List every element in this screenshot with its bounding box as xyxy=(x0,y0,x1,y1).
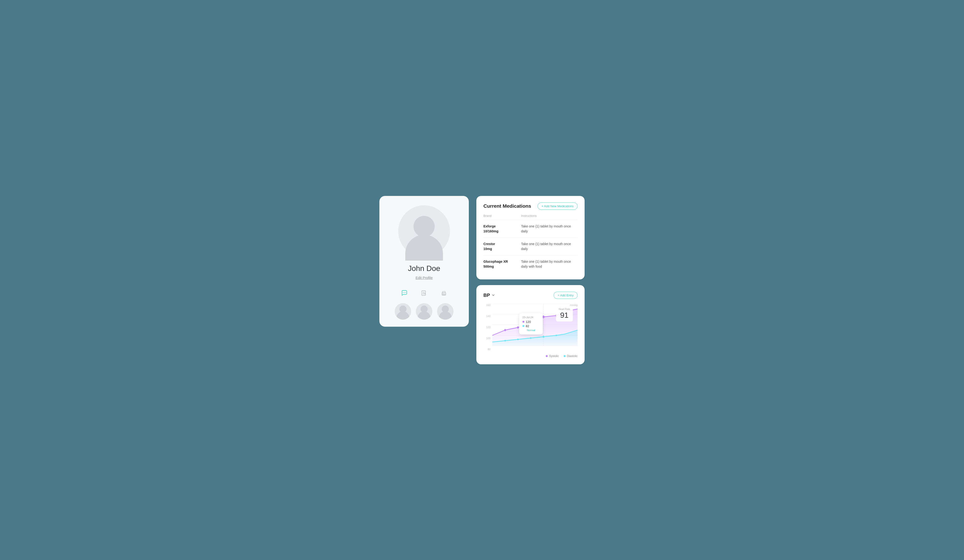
edit-icon xyxy=(420,290,428,297)
bottom-avatars xyxy=(395,303,454,320)
legend-diastolic: Diastolic xyxy=(563,354,578,358)
tooltip-diastolic-value: 82 xyxy=(526,324,529,328)
med-row-3: Glucophage XR500mg Take one (1) tablet b… xyxy=(484,255,578,273)
diastolic-legend-label: Diastolic xyxy=(567,354,578,358)
systolic-legend-dot xyxy=(546,355,548,357)
med-row-2: Crestor10mg Take one (1) tablet by mouth… xyxy=(484,237,578,255)
mini-avatar-1 xyxy=(395,303,411,320)
diastolic-dot xyxy=(523,325,524,327)
bp-header: BP + Add Entry xyxy=(484,292,578,299)
med-instructions-2: Take one (1) tablet by mouth once daily xyxy=(521,242,578,252)
tooltip-systolic-row: 120 xyxy=(523,320,539,324)
action-icons xyxy=(399,288,449,299)
profile-name: John Doe xyxy=(408,264,440,273)
print-icon xyxy=(440,290,448,297)
avatar-container xyxy=(398,205,450,257)
med-name-2: Crestor10mg xyxy=(484,242,521,252)
y-label-120: 120 xyxy=(484,326,490,329)
instructions-column-header: Instructions xyxy=(521,214,578,218)
chat-icon xyxy=(401,290,408,297)
edit-button[interactable] xyxy=(419,288,429,299)
svg-point-21 xyxy=(556,334,557,336)
systolic-legend-label: Systolic xyxy=(549,354,559,358)
main-layout: John Doe Edit Profile xyxy=(379,196,585,364)
svg-point-1 xyxy=(404,292,405,292)
y-label-140: 140 xyxy=(484,315,490,318)
systolic-dot xyxy=(523,321,524,323)
svg-point-2 xyxy=(405,292,406,292)
svg-rect-5 xyxy=(443,294,445,295)
profile-card: John Doe Edit Profile xyxy=(379,196,469,327)
medications-header: Current Medications + Add New Medication… xyxy=(484,203,578,210)
svg-point-6 xyxy=(443,293,443,294)
bp-title: BP xyxy=(484,292,490,298)
y-axis: 160 140 120 100 80 xyxy=(484,304,492,351)
diastolic-legend-dot xyxy=(563,355,565,357)
medications-card: Current Medications + Add New Medication… xyxy=(476,196,585,279)
print-button[interactable] xyxy=(439,288,449,299)
heart-rate-label: Heart Rate xyxy=(559,308,570,310)
heart-rate-value: 91 xyxy=(559,311,570,320)
tooltip-status: Normal xyxy=(523,329,539,332)
y-label-80: 80 xyxy=(484,348,490,351)
chat-button[interactable] xyxy=(399,288,410,299)
medications-title: Current Medications xyxy=(484,203,531,209)
tooltip-diastolic-row: 82 xyxy=(523,324,539,328)
right-column: Current Medications + Add New Medication… xyxy=(476,196,585,364)
y-label-160: 160 xyxy=(484,304,490,307)
svg-point-0 xyxy=(403,292,404,292)
chevron-down-icon[interactable] xyxy=(492,293,495,297)
svg-point-17 xyxy=(505,340,506,341)
edit-profile-link[interactable]: Edit Profile xyxy=(416,276,433,280)
add-entry-button[interactable]: + Add Entry xyxy=(554,292,578,299)
brand-column-header: Brand xyxy=(484,214,521,218)
bp-title-row: BP xyxy=(484,292,495,298)
svg-point-13 xyxy=(517,326,519,328)
heart-rate-box: Heart Rate 91 xyxy=(556,306,573,321)
tooltip-systolic-value: 120 xyxy=(526,320,531,324)
tooltip-date: 23-Jul-24 xyxy=(523,316,539,319)
med-row-1: Exforge10/160mg Take one (1) tablet by m… xyxy=(484,220,578,237)
medications-table-header: Brand Instructions xyxy=(484,214,578,220)
mini-avatar-2 xyxy=(416,303,432,320)
legend-systolic: Systolic xyxy=(546,354,559,358)
y-label-100: 100 xyxy=(484,337,490,339)
add-medications-button[interactable]: + Add New Medications xyxy=(537,203,578,210)
med-instructions-1: Take one (1) tablet by mouth once daily xyxy=(521,224,578,234)
bp-card: BP + Add Entry mmHg 160 140 120 100 80 xyxy=(476,285,585,364)
chart-legend: Systolic Diastolic xyxy=(484,354,578,358)
med-instructions-3: Take one (1) tablet by mouth once daily … xyxy=(521,259,578,269)
svg-point-18 xyxy=(517,338,518,340)
mini-avatar-3 xyxy=(437,303,454,320)
svg-point-19 xyxy=(530,337,531,339)
med-name-3: Glucophage XR500mg xyxy=(484,259,521,269)
med-name-1: Exforge10/160mg xyxy=(484,224,521,234)
svg-point-12 xyxy=(504,329,506,331)
bp-tooltip: 23-Jul-24 120 82 Normal xyxy=(519,313,543,334)
avatar-head xyxy=(414,216,435,237)
bp-chart: mmHg 160 140 120 100 80 xyxy=(484,304,578,351)
